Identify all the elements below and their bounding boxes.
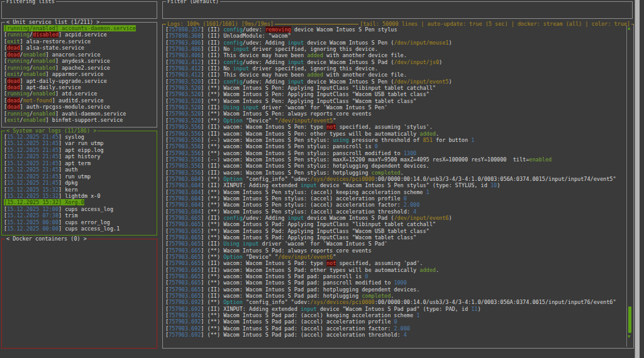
varlog-item[interactable]: [15.12.2025 07:38] trim bbox=[4, 212, 155, 219]
terminal-scrollbar[interactable] bbox=[635, 0, 640, 358]
log-line: [757903.406] (II) No input driver specif… bbox=[165, 46, 625, 52]
log-line: [757903.412] (II) This device may have b… bbox=[165, 72, 625, 78]
varlog-item[interactable]: [15.12.2025 15:32] kern bbox=[4, 187, 155, 193]
log-line: [757903.692] (**) Option "config_info" "… bbox=[165, 299, 625, 305]
log-line: [757903.665] (**) Wacom Intuos S Pad: Ap… bbox=[165, 221, 625, 227]
log-line: [757903.665] (II) config/udev: Adding in… bbox=[165, 215, 625, 221]
log-line: [757903.556] (II) wacom: Wacom Intuos S … bbox=[165, 131, 625, 137]
filtering-lists-title: Filtering lists bbox=[5, 0, 56, 4]
service-item[interactable]: [exit/enabled] apparmor.service bbox=[4, 71, 155, 77]
log-line: [757903.604] (**) Wacom Intuos S Pen sty… bbox=[165, 209, 625, 215]
service-item[interactable]: [running/enabled] atd.service bbox=[4, 90, 155, 97]
docker-containers-box: < Docker containers (0) > bbox=[1, 239, 157, 349]
filtering-lists-box: Filtering lists bbox=[1, 1, 157, 19]
log-line: [757903.665] (**) Option "Device" "/dev/… bbox=[165, 254, 625, 260]
service-item[interactable]: [dead] alsa-state.service bbox=[4, 45, 155, 51]
log-line: [757903.665] (**) Wacom Intuos S Pad: Ap… bbox=[165, 228, 625, 234]
log-line: [757903.665] (**) Wacom Intuos S Pad: Ap… bbox=[165, 234, 625, 241]
log-line: [757903.520] (II) Using input driver 'wa… bbox=[165, 104, 625, 111]
log-line: [757903.604] (**) Wacom Intuos S Pen sty… bbox=[165, 189, 625, 195]
varlog-item[interactable]: [15.12.2025 21:45] apt history bbox=[4, 153, 155, 160]
varlog-list[interactable]: [15.12.2025 21:45] syslog[15.12.2025 21:… bbox=[4, 134, 155, 232]
log-line: [757903.520] (**) Wacom Intuos S Pen: Ap… bbox=[165, 98, 625, 104]
system-var-logs-box: < System var logs (11/186) > [15.12.2025… bbox=[1, 131, 157, 236]
service-item[interactable]: [dead] auth-rpcgss-module.service bbox=[4, 104, 155, 110]
service-item[interactable]: [dead] apt-daily.service bbox=[4, 84, 155, 90]
log-line: [757903.412] (II) config/udev: Adding in… bbox=[165, 59, 625, 65]
varlog-item[interactable]: [15.12.2025 00:00] cups error_log bbox=[4, 219, 155, 225]
log-line: [757903.556] (**) wacom: Wacom Intuos S … bbox=[165, 143, 625, 149]
log-line: [757903.406] (II) config/udev: Adding in… bbox=[165, 40, 625, 46]
service-item[interactable]: [dead/enabled] anacron.service bbox=[4, 52, 155, 58]
varlog-item[interactable]: [15.12.2025 21:45] apt eipp.log bbox=[4, 147, 155, 153]
service-item[interactable]: [running/enabled] avahi-daemon.service bbox=[4, 111, 155, 117]
log-line: [757903.604] (II) XINPUT: Adding extende… bbox=[165, 182, 625, 188]
log-line: [757903.665] (II) wacom: Wacom Intuos S … bbox=[165, 293, 625, 299]
log-line: [757903.556] (**) wacom: Wacom Intuos S … bbox=[165, 150, 625, 156]
varlog-item[interactable]: [15.12.2025 15:32] Xorg.0 bbox=[4, 199, 155, 205]
docker-containers-title: < Docker containers (0) > bbox=[5, 236, 88, 242]
varlog-item[interactable]: [15.12.2025 21:45] dpkg bbox=[4, 180, 155, 186]
log-line: [757903.692] (**) Wacom Intuos S Pad pad… bbox=[165, 332, 625, 338]
log-line: [757903.665] (II) Using input driver 'wa… bbox=[165, 241, 625, 247]
log-line: [757903.556] (II) wacom: Wacom Intuos S … bbox=[165, 124, 625, 130]
log-line: [757903.665] (II) wacom: Wacom Intuos S … bbox=[165, 267, 625, 273]
log-line: [757898.360] (II) UnloadModule: "wacom" bbox=[165, 33, 625, 39]
varlog-item[interactable]: [15.12.2025 21:45] run utmp bbox=[4, 173, 155, 180]
varlog-item[interactable]: [15.12.2025 15:32] lightdm x-0 bbox=[4, 193, 155, 199]
log-line: [757903.692] (II) XINPUT: Adding extende… bbox=[165, 306, 625, 312]
log-line: [757903.520] (**) Wacom Intuos S Pen: Ap… bbox=[165, 91, 625, 97]
log-line: [757903.520] (II) config/udev: Adding in… bbox=[165, 79, 625, 85]
log-line: [757903.604] (**) Wacom Intuos S Pen sty… bbox=[165, 202, 625, 208]
varlog-item[interactable]: [15.12.2025 21:45] apt term bbox=[4, 160, 155, 166]
unit-service-list-box: < Unit service list (1/211) > [running/e… bbox=[1, 22, 157, 127]
unit-service-list-title: < Unit service list (1/211) > bbox=[5, 19, 101, 25]
log-line: [757903.665] (II) wacom: Wacom Intuos S … bbox=[165, 286, 625, 293]
log-line: [757903.665] (**) wacom: Wacom Intuos S … bbox=[165, 273, 625, 279]
log-line: [757903.665] (**) Wacom Intuos S Pad: al… bbox=[165, 247, 625, 254]
log-line: [757903.556] (--) wacom: Wacom Intuos S … bbox=[165, 156, 625, 163]
service-list[interactable]: [running/enabled] accounts-daemon.servic… bbox=[4, 25, 155, 124]
varlog-item[interactable]: [15.12.2025 00:00] cups access_log.1 bbox=[4, 225, 155, 232]
log-line: [757903.406] (II) This device may have b… bbox=[165, 52, 625, 58]
log-scrollbar[interactable]: ▲ ▼ bbox=[626, 26, 632, 347]
log-lines[interactable]: [757898.357] (II) config/udev: removing … bbox=[165, 26, 625, 339]
log-line: [757903.604] (**) Wacom Intuos S Pen sty… bbox=[165, 195, 625, 202]
filter-title: Filter (Default) bbox=[166, 0, 220, 4]
log-line: [757903.556] (II) wacom: Wacom Intuos S … bbox=[165, 163, 625, 169]
log-line: [757903.556] (II) wacom: Wacom Intuos S … bbox=[165, 170, 625, 176]
varlog-item[interactable]: [15.12.2025 21:45] var run utmp bbox=[4, 140, 155, 146]
log-line: [757903.692] (**) Wacom Intuos S Pad pad… bbox=[165, 325, 625, 332]
service-item[interactable]: [running/enabled] accounts-daemon.servic… bbox=[4, 25, 155, 31]
log-line: [757903.520] (**) Wacom Intuos S Pen: Ap… bbox=[165, 85, 625, 91]
log-line: [757898.357] (II) config/udev: removing … bbox=[165, 26, 625, 33]
service-item[interactable]: [exit/enabled] binfmt-support.service bbox=[4, 117, 155, 123]
service-item[interactable]: [running/disabled] acpid.service bbox=[4, 31, 155, 38]
varlog-item[interactable]: [15.12.2025 21:45] syslog bbox=[4, 134, 155, 140]
log-line: [757903.412] (II) No input driver specif… bbox=[165, 65, 625, 72]
logs-box: Logs: 100% (1601/1601) [9ms/19ms] [tail:… bbox=[162, 24, 634, 349]
service-item[interactable]: [dead] apt-daily-upgrade.service bbox=[4, 78, 155, 84]
log-line: [757903.692] (**) Wacom Intuos S Pad pad… bbox=[165, 318, 625, 325]
log-line: [757903.665] (II) wacom: Wacom Intuos S … bbox=[165, 260, 625, 266]
log-line: [757903.520] (**) Wacom Intuos S Pen: al… bbox=[165, 111, 625, 117]
varlog-item[interactable]: [15.12.2025 21:45] auth bbox=[4, 166, 155, 173]
service-item[interactable]: [running/enabled] anydesk.service bbox=[4, 58, 155, 64]
service-item[interactable]: [exit] alsa-restore.service bbox=[4, 38, 155, 45]
varlog-item[interactable]: [15.12.2025 12:00] cups access_log bbox=[4, 206, 155, 212]
log-line: [757903.604] (**) Option "config_info" "… bbox=[165, 176, 625, 182]
scroll-down-icon[interactable]: ▼ bbox=[628, 335, 633, 339]
filter-box: Filter (Default) bbox=[162, 1, 633, 19]
service-item[interactable]: [dead/not-found] auditd.service bbox=[4, 97, 155, 104]
system-var-logs-title: < System var logs (11/186) > bbox=[5, 127, 97, 134]
service-item[interactable]: [running/enabled] apache2.service bbox=[4, 65, 155, 71]
scrollbar-thumb[interactable] bbox=[628, 306, 631, 333]
scroll-up-icon[interactable]: ▲ bbox=[628, 26, 633, 31]
log-line: [757903.520] (**) Option "Device" "/dev/… bbox=[165, 117, 625, 124]
log-line: [757903.665] (**) wacom: Wacom Intuos S … bbox=[165, 279, 625, 286]
log-line: [757903.692] (**) Wacom Intuos S Pad pad… bbox=[165, 312, 625, 318]
log-line: [757903.556] (--) wacom: Wacom Intuos S … bbox=[165, 137, 625, 143]
log-viewer-app: Filtering lists < Unit service list (1/2… bbox=[0, 0, 644, 358]
